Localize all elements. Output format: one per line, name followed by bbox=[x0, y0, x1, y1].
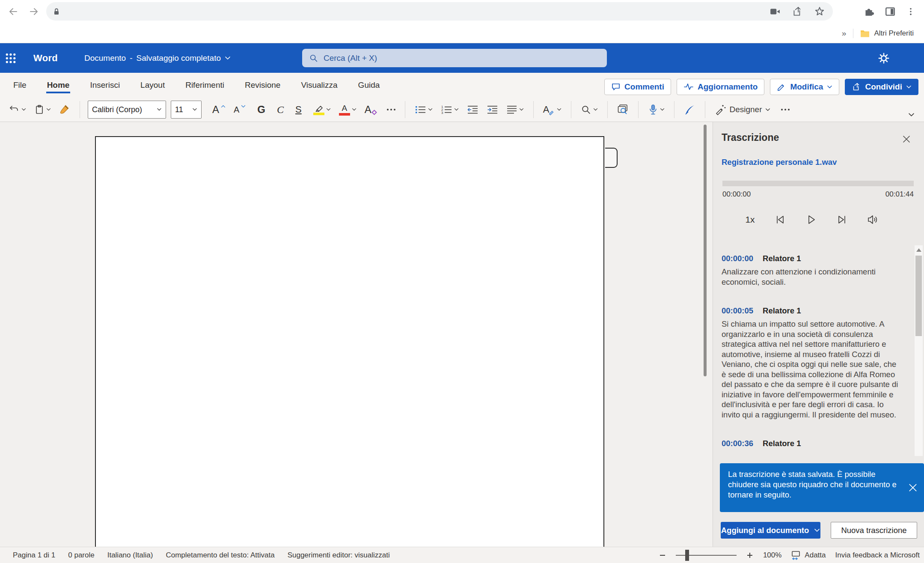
zoom-slider[interactable] bbox=[676, 555, 737, 556]
feedback-link[interactable]: Invia feedback a Microsoft bbox=[835, 551, 920, 560]
editor-button[interactable] bbox=[682, 102, 697, 117]
entry-timestamp[interactable]: 00:00:36 bbox=[722, 439, 753, 448]
word-count[interactable]: 0 parole bbox=[68, 551, 94, 560]
more-toolbar-options-button[interactable] bbox=[779, 107, 791, 112]
edit-mode-button[interactable]: Modifica bbox=[770, 79, 839, 95]
add-to-document-button[interactable]: Aggiungi al documento bbox=[721, 522, 820, 539]
browser-back-button[interactable] bbox=[6, 4, 21, 19]
volume-icon[interactable] bbox=[867, 214, 879, 225]
paste-button[interactable] bbox=[33, 102, 53, 117]
url-input[interactable] bbox=[61, 7, 770, 16]
increase-indent-button[interactable] bbox=[485, 103, 500, 116]
decrease-indent-button[interactable] bbox=[465, 103, 480, 116]
immersive-reader-icon bbox=[617, 104, 629, 115]
zoom-level[interactable]: 100% bbox=[763, 551, 781, 560]
app-name[interactable]: Word bbox=[33, 53, 58, 64]
camera-icon[interactable] bbox=[770, 6, 781, 17]
fit-width-button[interactable]: Adatta bbox=[791, 550, 826, 560]
editor-suggestions-status[interactable]: Suggerimenti editor: visualizzati bbox=[288, 551, 390, 560]
tab-home[interactable]: Home bbox=[43, 74, 74, 96]
entry-text: Si chiama un impatto sul settore automot… bbox=[722, 319, 902, 420]
skip-forward-icon[interactable] bbox=[836, 214, 847, 225]
align-button[interactable] bbox=[505, 103, 526, 116]
font-name-select[interactable]: Calibri (Corpo) bbox=[88, 101, 166, 119]
bookmarks-overflow-button[interactable]: » bbox=[842, 29, 847, 38]
search-input[interactable] bbox=[324, 54, 600, 63]
scrollbar-thumb[interactable] bbox=[915, 256, 922, 336]
comments-button[interactable]: Commenti bbox=[604, 79, 671, 95]
toast-close-button[interactable] bbox=[907, 482, 918, 493]
immersive-reader-button[interactable] bbox=[615, 102, 630, 117]
style-brush-icon bbox=[548, 108, 555, 115]
zoom-slider-thumb[interactable] bbox=[685, 550, 689, 561]
bullet-list-button[interactable] bbox=[413, 103, 434, 116]
play-icon[interactable] bbox=[805, 214, 817, 225]
new-transcription-button[interactable]: Nuova trascrizione bbox=[831, 522, 917, 539]
bold-button[interactable]: G bbox=[256, 103, 267, 116]
browser-forward-button[interactable] bbox=[27, 4, 41, 19]
entry-timestamp[interactable]: 00:00:05 bbox=[722, 306, 753, 316]
app-launcher-button[interactable] bbox=[0, 43, 21, 73]
share-icon[interactable] bbox=[792, 6, 803, 17]
zoom-out-button[interactable] bbox=[659, 551, 666, 559]
transcript-entry-header: 00:00:00 Relatore 1 bbox=[722, 254, 902, 263]
designer-button[interactable]: Designer bbox=[713, 102, 772, 117]
transcript-scrollbar[interactable] bbox=[915, 245, 923, 456]
shrink-font-button[interactable]: A bbox=[232, 103, 247, 116]
address-bar[interactable] bbox=[46, 2, 833, 21]
collapse-ribbon-button[interactable] bbox=[908, 111, 915, 119]
tab-guida[interactable]: Guida bbox=[354, 74, 384, 96]
find-button[interactable] bbox=[579, 103, 600, 117]
styles-button[interactable]: A bbox=[541, 102, 564, 117]
side-panel-icon[interactable] bbox=[885, 6, 896, 17]
document-scrollbar[interactable] bbox=[704, 125, 707, 376]
tab-inserisci[interactable]: Inserisci bbox=[86, 74, 124, 96]
document-title[interactable]: Documento - Salvataggio completato bbox=[84, 54, 231, 63]
tab-file[interactable]: File bbox=[9, 74, 30, 96]
italic-button[interactable]: C bbox=[275, 103, 285, 116]
transcript-entry[interactable]: 00:00:00 Relatore 1 Analizzare con atten… bbox=[722, 254, 902, 287]
font-color-button[interactable]: A bbox=[337, 102, 358, 117]
language-indicator[interactable]: Italiano (Italia) bbox=[107, 551, 153, 560]
margin-comment-tab[interactable] bbox=[605, 148, 618, 168]
more-font-options-button[interactable] bbox=[385, 107, 397, 112]
font-size-select[interactable]: 11 bbox=[171, 101, 202, 119]
scroll-up-arrow-icon[interactable] bbox=[916, 248, 921, 252]
text-effects-button[interactable]: A bbox=[363, 103, 378, 116]
numbered-list-button[interactable]: 123 bbox=[439, 103, 461, 116]
tab-revisione[interactable]: Revisione bbox=[241, 74, 284, 96]
transcript-entry[interactable]: 00:00:36 Relatore 1 bbox=[722, 439, 902, 448]
close-icon bbox=[908, 483, 918, 492]
decrease-indent-icon bbox=[467, 104, 478, 115]
highlight-button[interactable] bbox=[312, 102, 333, 117]
page-count[interactable]: Pagina 1 di 1 bbox=[13, 551, 55, 560]
browser-menu-icon[interactable] bbox=[906, 7, 915, 16]
recording-file-link[interactable]: Registrazione personale 1.wav bbox=[722, 158, 837, 167]
document-page[interactable] bbox=[95, 136, 604, 547]
search-box[interactable] bbox=[302, 49, 607, 67]
text-completion-status[interactable]: Completamento del testo: Attivata bbox=[166, 551, 274, 560]
transcript-entry[interactable]: 00:00:05 Relatore 1 Si chiama un impatto… bbox=[722, 306, 902, 420]
tab-riferimenti[interactable]: Riferimenti bbox=[181, 74, 228, 96]
dictate-button[interactable] bbox=[646, 102, 666, 117]
bookmarks-folder[interactable]: Altri Preferiti bbox=[860, 29, 914, 38]
font-size-value: 11 bbox=[175, 105, 189, 114]
tab-layout[interactable]: Layout bbox=[137, 74, 169, 96]
zoom-in-button[interactable] bbox=[746, 551, 754, 559]
playback-speed-button[interactable]: 1x bbox=[745, 214, 755, 225]
undo-button[interactable] bbox=[7, 103, 28, 116]
updates-button[interactable]: Aggiornamento bbox=[677, 79, 764, 95]
panel-close-button[interactable] bbox=[900, 133, 912, 145]
chevron-down-icon bbox=[21, 108, 26, 111]
underline-button[interactable]: S bbox=[294, 102, 303, 116]
tab-visualizza[interactable]: Visualizza bbox=[297, 74, 341, 96]
entry-timestamp[interactable]: 00:00:00 bbox=[722, 254, 753, 263]
settings-button[interactable] bbox=[876, 51, 891, 66]
extensions-icon[interactable] bbox=[863, 6, 874, 17]
audio-progress-bar[interactable] bbox=[722, 181, 914, 186]
format-painter-button[interactable] bbox=[57, 102, 72, 117]
bookmark-star-icon[interactable] bbox=[814, 6, 825, 17]
grow-font-button[interactable]: A bbox=[211, 103, 227, 116]
skip-back-icon[interactable] bbox=[775, 214, 786, 225]
share-button[interactable]: Condividi bbox=[845, 79, 918, 95]
